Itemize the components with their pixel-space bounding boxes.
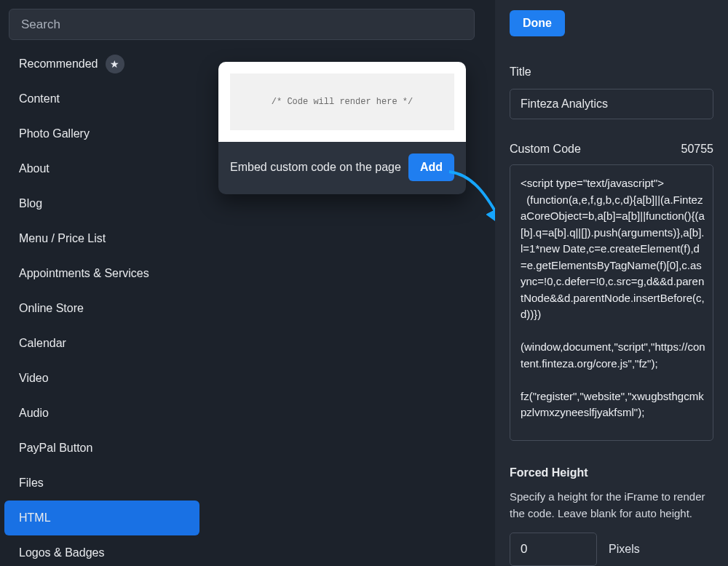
forced-height-label: Forced Height	[510, 466, 713, 479]
sidebar-item-files[interactable]: Files	[4, 466, 199, 501]
card-footer: Embed custom code on the page Add	[218, 142, 466, 194]
sidebar-item-appointments-services[interactable]: Appointments & Services	[4, 256, 199, 291]
custom-code-label: Custom Code	[510, 143, 581, 156]
char-count: 50755	[681, 143, 714, 156]
sidebar-item-label: Audio	[19, 407, 49, 420]
card-description: Embed custom code on the page	[230, 161, 401, 174]
middle-column: /* Code will render here */ Embed custom…	[218, 62, 473, 194]
sidebar-item-label: HTML	[19, 511, 51, 525]
title-label: Title	[510, 65, 713, 79]
sidebar-item-label: Recommended	[19, 57, 98, 71]
sidebar-item-label: About	[19, 162, 50, 175]
sidebar-item-logos-badges[interactable]: Logos & Badges	[4, 535, 199, 566]
forced-height-input[interactable]	[510, 533, 597, 566]
sidebar-item-audio[interactable]: Audio	[4, 396, 199, 431]
sidebar-item-recommended[interactable]: Recommended ★	[4, 47, 199, 81]
sidebar-item-label: Calendar	[19, 337, 66, 350]
sidebar: Recommended ★ Content Photo Gallery Abou…	[0, 0, 204, 566]
sidebar-item-menu-price-list[interactable]: Menu / Price List	[4, 221, 199, 256]
custom-code-textarea[interactable]	[510, 164, 713, 441]
html-embed-card: /* Code will render here */ Embed custom…	[218, 62, 466, 194]
sidebar-item-label: Files	[19, 477, 44, 490]
card-preview: /* Code will render here */	[218, 62, 466, 142]
star-icon: ★	[106, 55, 124, 73]
sidebar-item-calendar[interactable]: Calendar	[4, 326, 199, 361]
sidebar-item-online-store[interactable]: Online Store	[4, 291, 199, 326]
search-wrap	[0, 0, 204, 40]
forced-height-row: Pixels	[510, 533, 713, 566]
pixels-label: Pixels	[609, 543, 640, 556]
custom-code-header: Custom Code 50755	[510, 143, 713, 156]
sidebar-item-label: Appointments & Services	[19, 267, 149, 280]
done-button[interactable]: Done	[510, 10, 565, 36]
sidebar-item-label: Content	[19, 92, 60, 105]
sidebar-item-label: Blog	[19, 197, 42, 210]
settings-panel: Done Title Custom Code 50755 Forced Heig…	[495, 0, 728, 566]
sidebar-item-label: PayPal Button	[19, 442, 92, 455]
sidebar-item-blog[interactable]: Blog	[4, 186, 199, 221]
search-input[interactable]	[9, 9, 475, 40]
sidebar-item-about[interactable]: About	[4, 151, 199, 186]
sidebar-item-html[interactable]: HTML	[4, 501, 199, 535]
sidebar-item-video[interactable]: Video	[4, 361, 199, 396]
add-button[interactable]: Add	[408, 154, 454, 181]
code-placeholder: /* Code will render here */	[230, 73, 454, 130]
title-input[interactable]	[510, 89, 713, 119]
sidebar-item-content[interactable]: Content	[4, 81, 199, 116]
sidebar-item-label: Menu / Price List	[19, 232, 106, 245]
forced-height-description: Specify a height for the iFrame to rende…	[510, 488, 713, 522]
sidebar-item-photo-gallery[interactable]: Photo Gallery	[4, 116, 199, 151]
sidebar-item-paypal-button[interactable]: PayPal Button	[4, 431, 199, 466]
sidebar-item-label: Photo Gallery	[19, 127, 90, 140]
sidebar-item-label: Logos & Badges	[19, 546, 104, 559]
sidebar-item-label: Online Store	[19, 302, 84, 315]
sidebar-item-label: Video	[19, 372, 49, 385]
sidebar-scroll[interactable]: Recommended ★ Content Photo Gallery Abou…	[0, 42, 204, 566]
